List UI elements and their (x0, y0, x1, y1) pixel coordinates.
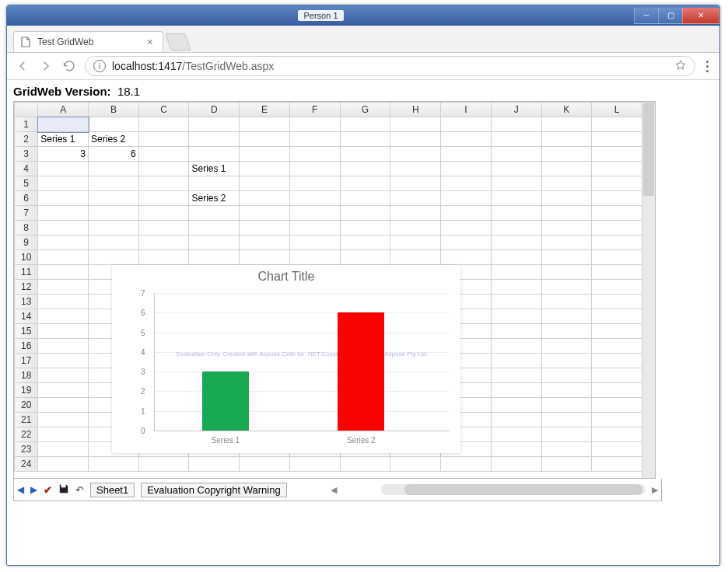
cell-J20[interactable] (491, 398, 541, 413)
cell-I1[interactable] (441, 117, 492, 132)
bookmark-star-icon[interactable] (674, 59, 687, 74)
cell-J2[interactable] (491, 132, 541, 147)
cell-F5[interactable] (289, 176, 340, 191)
cell-J5[interactable] (491, 176, 541, 191)
cell-B4[interactable] (89, 162, 139, 176)
row-header-21[interactable]: 21 (15, 413, 38, 427)
cell-E6[interactable] (240, 191, 290, 206)
cell-F1[interactable] (289, 117, 340, 132)
undo-icon[interactable]: ↶ (75, 484, 84, 496)
cell-K10[interactable] (541, 250, 592, 265)
cell-G7[interactable] (340, 206, 390, 221)
cell-A15[interactable] (38, 324, 89, 339)
cell-C1[interactable] (138, 117, 189, 132)
cell-K2[interactable] (541, 132, 592, 147)
row-header-15[interactable]: 15 (15, 324, 38, 339)
cell-I6[interactable] (441, 191, 492, 206)
cell-L17[interactable] (592, 354, 642, 368)
row-header-22[interactable]: 22 (15, 427, 38, 442)
cell-K4[interactable] (541, 162, 592, 176)
site-info-icon[interactable]: i (93, 60, 106, 72)
cell-A7[interactable] (38, 206, 89, 221)
cell-A18[interactable] (38, 368, 89, 383)
cell-H5[interactable] (390, 176, 441, 191)
bar-series-2[interactable] (338, 312, 384, 431)
hscroll-left[interactable]: ◀ (331, 485, 337, 495)
row-header-13[interactable]: 13 (15, 295, 38, 309)
tab-close-icon[interactable]: × (144, 37, 156, 47)
cell-I10[interactable] (441, 250, 492, 265)
cell-L20[interactable] (592, 398, 642, 413)
cell-J3[interactable] (491, 147, 541, 162)
cell-L14[interactable] (592, 309, 642, 324)
sheet-next-button[interactable]: ▶ (30, 484, 37, 495)
cell-K14[interactable] (541, 309, 592, 324)
cell-L8[interactable] (592, 221, 642, 235)
row-header-20[interactable]: 20 (15, 398, 38, 413)
col-header-C[interactable]: C (138, 103, 189, 117)
cell-J10[interactable] (491, 250, 541, 265)
cell-K5[interactable] (541, 176, 592, 191)
cell-J11[interactable] (491, 265, 541, 280)
vertical-scroll-thumb[interactable] (643, 103, 654, 196)
cell-K18[interactable] (541, 368, 592, 383)
row-header-6[interactable]: 6 (15, 191, 38, 206)
cell-A24[interactable] (38, 457, 89, 472)
sheet-tab-warning[interactable]: Evaluation Copyright Warning (141, 483, 287, 497)
cell-K22[interactable] (541, 427, 592, 442)
cell-J16[interactable] (491, 339, 541, 354)
cell-J7[interactable] (491, 206, 541, 221)
cell-A12[interactable] (38, 280, 89, 295)
cell-J13[interactable] (491, 295, 541, 309)
cell-K9[interactable] (541, 235, 592, 250)
cell-A20[interactable] (38, 398, 89, 413)
select-all-corner[interactable] (15, 103, 38, 117)
cell-B5[interactable] (89, 176, 139, 191)
cell-A3[interactable]: 3 (38, 147, 89, 162)
cell-L1[interactable] (592, 117, 642, 132)
cell-B8[interactable] (89, 221, 139, 235)
row-header-8[interactable]: 8 (15, 221, 38, 235)
cell-J21[interactable] (491, 413, 541, 427)
cell-C9[interactable] (138, 235, 189, 250)
row-header-24[interactable]: 24 (15, 457, 38, 472)
cell-D9[interactable] (189, 235, 240, 250)
cell-G2[interactable] (340, 132, 390, 147)
row-header-14[interactable]: 14 (15, 309, 38, 324)
cell-K8[interactable] (541, 221, 592, 235)
cell-I9[interactable] (441, 235, 492, 250)
cell-A11[interactable] (38, 265, 89, 280)
col-header-I[interactable]: I (441, 103, 492, 117)
cell-K13[interactable] (541, 295, 592, 309)
cell-J4[interactable] (491, 162, 541, 176)
cell-A6[interactable] (38, 191, 89, 206)
cell-C24[interactable] (138, 457, 189, 472)
cell-K6[interactable] (541, 191, 592, 206)
cell-D6[interactable]: Series 2 (189, 191, 240, 206)
cell-G6[interactable] (340, 191, 390, 206)
col-header-D[interactable]: D (189, 103, 240, 117)
cell-A4[interactable] (38, 162, 89, 176)
cell-J17[interactable] (491, 354, 541, 368)
sheet-tab-sheet1[interactable]: Sheet1 (90, 483, 135, 497)
cell-L19[interactable] (592, 383, 642, 398)
cell-H2[interactable] (390, 132, 441, 147)
cell-F24[interactable] (289, 457, 340, 472)
cell-E7[interactable] (240, 206, 290, 221)
col-header-E[interactable]: E (240, 103, 290, 117)
cell-A19[interactable] (38, 383, 89, 398)
cell-I3[interactable] (441, 147, 492, 162)
cell-F3[interactable] (289, 147, 340, 162)
cell-G9[interactable] (340, 235, 390, 250)
cell-E10[interactable] (240, 250, 290, 265)
col-header-A[interactable]: A (38, 103, 89, 117)
cell-A16[interactable] (38, 339, 89, 354)
cell-G1[interactable] (340, 117, 390, 132)
cell-B3[interactable]: 6 (89, 147, 139, 162)
cell-L18[interactable] (592, 368, 642, 383)
cell-L13[interactable] (592, 295, 642, 309)
cell-D8[interactable] (189, 221, 240, 235)
cell-L4[interactable] (592, 162, 642, 176)
cell-K7[interactable] (541, 206, 592, 221)
cell-C6[interactable] (138, 191, 189, 206)
